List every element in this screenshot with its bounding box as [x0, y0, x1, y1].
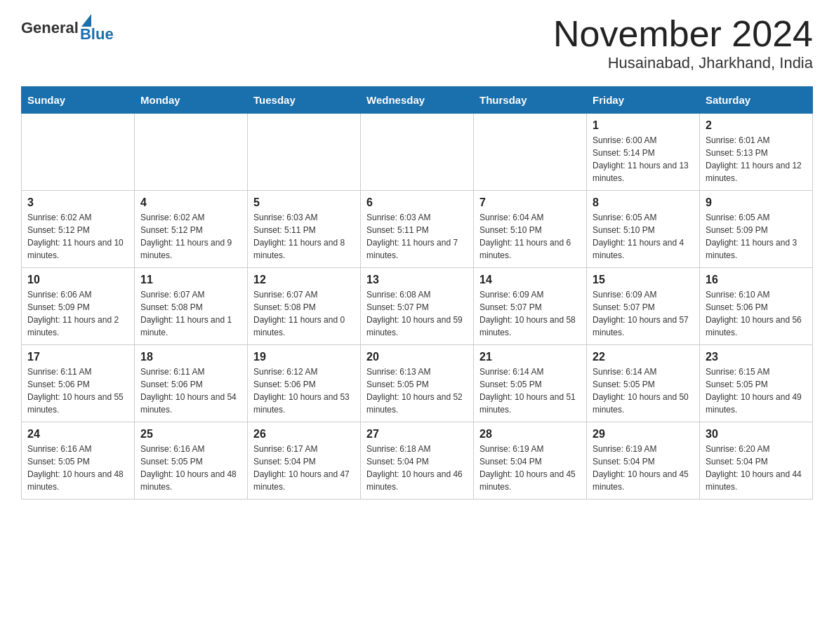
- calendar-cell: 18Sunrise: 6:11 AMSunset: 5:06 PMDayligh…: [135, 345, 248, 422]
- day-info: Sunrise: 6:18 AMSunset: 5:04 PMDaylight:…: [366, 443, 468, 493]
- day-info: Sunrise: 6:19 AMSunset: 5:04 PMDaylight:…: [593, 443, 694, 493]
- day-info: Sunrise: 6:17 AMSunset: 5:04 PMDaylight:…: [253, 443, 355, 493]
- calendar-cell: 17Sunrise: 6:11 AMSunset: 5:06 PMDayligh…: [22, 345, 135, 422]
- day-info: Sunrise: 6:19 AMSunset: 5:04 PMDaylight:…: [479, 443, 581, 493]
- day-info: Sunrise: 6:10 AMSunset: 5:06 PMDaylight:…: [706, 288, 807, 339]
- calendar-week-4: 17Sunrise: 6:11 AMSunset: 5:06 PMDayligh…: [22, 345, 813, 422]
- day-info: Sunrise: 6:01 AMSunset: 5:13 PMDaylight:…: [706, 134, 807, 185]
- calendar-cell: 9Sunrise: 6:05 AMSunset: 5:09 PMDaylight…: [700, 191, 813, 268]
- day-info: Sunrise: 6:04 AMSunset: 5:10 PMDaylight:…: [479, 211, 581, 262]
- day-number: 25: [140, 428, 241, 441]
- day-number: 3: [27, 196, 128, 209]
- calendar-cell: 5Sunrise: 6:03 AMSunset: 5:11 PMDaylight…: [248, 191, 361, 268]
- day-number: 26: [253, 428, 355, 441]
- day-number: 12: [253, 274, 355, 286]
- day-info: Sunrise: 6:15 AMSunset: 5:05 PMDaylight:…: [706, 365, 807, 416]
- calendar-cell: 27Sunrise: 6:18 AMSunset: 5:04 PMDayligh…: [361, 422, 474, 499]
- day-info: Sunrise: 6:03 AMSunset: 5:11 PMDaylight:…: [366, 211, 468, 262]
- calendar-cell: 2Sunrise: 6:01 AMSunset: 5:13 PMDaylight…: [700, 114, 813, 191]
- calendar-cell: 3Sunrise: 6:02 AMSunset: 5:12 PMDaylight…: [22, 191, 135, 268]
- day-info: Sunrise: 6:07 AMSunset: 5:08 PMDaylight:…: [140, 288, 241, 339]
- day-info: Sunrise: 6:08 AMSunset: 5:07 PMDaylight:…: [366, 288, 468, 339]
- day-number: 10: [27, 274, 128, 286]
- day-info: Sunrise: 6:11 AMSunset: 5:06 PMDaylight:…: [140, 365, 241, 416]
- calendar-cell: 26Sunrise: 6:17 AMSunset: 5:04 PMDayligh…: [248, 422, 361, 499]
- day-number: 7: [479, 196, 581, 209]
- calendar-cell: [474, 114, 587, 191]
- day-info: Sunrise: 6:16 AMSunset: 5:05 PMDaylight:…: [27, 443, 128, 493]
- day-header-sunday: Sunday: [22, 87, 135, 114]
- day-info: Sunrise: 6:05 AMSunset: 5:10 PMDaylight:…: [593, 211, 694, 262]
- calendar-cell: 21Sunrise: 6:14 AMSunset: 5:05 PMDayligh…: [474, 345, 587, 422]
- calendar-cell: 28Sunrise: 6:19 AMSunset: 5:04 PMDayligh…: [474, 422, 587, 499]
- calendar-cell: 23Sunrise: 6:15 AMSunset: 5:05 PMDayligh…: [700, 345, 813, 422]
- calendar-cell: [248, 114, 361, 191]
- calendar-body: 1Sunrise: 6:00 AMSunset: 5:14 PMDaylight…: [22, 114, 813, 499]
- day-info: Sunrise: 6:14 AMSunset: 5:05 PMDaylight:…: [593, 365, 694, 416]
- calendar-cell: 11Sunrise: 6:07 AMSunset: 5:08 PMDayligh…: [135, 268, 248, 345]
- calendar-week-2: 3Sunrise: 6:02 AMSunset: 5:12 PMDaylight…: [22, 191, 813, 268]
- day-info: Sunrise: 6:00 AMSunset: 5:14 PMDaylight:…: [593, 134, 694, 185]
- day-number: 1: [593, 119, 694, 132]
- calendar-cell: 6Sunrise: 6:03 AMSunset: 5:11 PMDaylight…: [361, 191, 474, 268]
- calendar-cell: 22Sunrise: 6:14 AMSunset: 5:05 PMDayligh…: [587, 345, 700, 422]
- day-info: Sunrise: 6:16 AMSunset: 5:05 PMDaylight:…: [140, 443, 241, 493]
- day-number: 2: [706, 119, 807, 132]
- day-info: Sunrise: 6:03 AMSunset: 5:11 PMDaylight:…: [253, 211, 355, 262]
- day-number: 24: [27, 428, 128, 441]
- day-number: 4: [140, 196, 241, 209]
- day-number: 13: [366, 274, 468, 286]
- day-number: 27: [366, 428, 468, 441]
- header-row: SundayMondayTuesdayWednesdayThursdayFrid…: [22, 87, 813, 114]
- calendar-cell: 19Sunrise: 6:12 AMSunset: 5:06 PMDayligh…: [248, 345, 361, 422]
- day-number: 5: [253, 196, 355, 209]
- day-number: 16: [706, 274, 807, 286]
- day-info: Sunrise: 6:07 AMSunset: 5:08 PMDaylight:…: [253, 288, 355, 339]
- title-block: November 2024 Husainabad, Jharkhand, Ind…: [553, 14, 813, 72]
- day-number: 6: [366, 196, 468, 209]
- calendar-cell: 25Sunrise: 6:16 AMSunset: 5:05 PMDayligh…: [135, 422, 248, 499]
- day-number: 8: [593, 196, 694, 209]
- calendar-cell: 20Sunrise: 6:13 AMSunset: 5:05 PMDayligh…: [361, 345, 474, 422]
- logo-blue-container: Blue: [80, 14, 114, 42]
- page-header: General Blue November 2024 Husainabad, J…: [21, 14, 813, 72]
- calendar-cell: 8Sunrise: 6:05 AMSunset: 5:10 PMDaylight…: [587, 191, 700, 268]
- calendar-cell: 16Sunrise: 6:10 AMSunset: 5:06 PMDayligh…: [700, 268, 813, 345]
- day-number: 22: [593, 351, 694, 363]
- day-number: 29: [593, 428, 694, 441]
- day-number: 15: [593, 274, 694, 286]
- day-info: Sunrise: 6:09 AMSunset: 5:07 PMDaylight:…: [479, 288, 581, 339]
- calendar-cell: 24Sunrise: 6:16 AMSunset: 5:05 PMDayligh…: [22, 422, 135, 499]
- page-subtitle: Husainabad, Jharkhand, India: [553, 54, 813, 72]
- day-header-tuesday: Tuesday: [248, 87, 361, 114]
- logo-general-text: General: [21, 19, 79, 37]
- calendar-cell: 7Sunrise: 6:04 AMSunset: 5:10 PMDaylight…: [474, 191, 587, 268]
- day-number: 14: [479, 274, 581, 286]
- day-header-monday: Monday: [135, 87, 248, 114]
- day-header-saturday: Saturday: [700, 87, 813, 114]
- calendar-cell: 13Sunrise: 6:08 AMSunset: 5:07 PMDayligh…: [361, 268, 474, 345]
- day-info: Sunrise: 6:09 AMSunset: 5:07 PMDaylight:…: [593, 288, 694, 339]
- calendar-cell: [361, 114, 474, 191]
- calendar-table: SundayMondayTuesdayWednesdayThursdayFrid…: [21, 86, 813, 499]
- calendar-week-5: 24Sunrise: 6:16 AMSunset: 5:05 PMDayligh…: [22, 422, 813, 499]
- day-header-thursday: Thursday: [474, 87, 587, 114]
- calendar-cell: 10Sunrise: 6:06 AMSunset: 5:09 PMDayligh…: [22, 268, 135, 345]
- day-info: Sunrise: 6:13 AMSunset: 5:05 PMDaylight:…: [366, 365, 468, 416]
- calendar-week-3: 10Sunrise: 6:06 AMSunset: 5:09 PMDayligh…: [22, 268, 813, 345]
- calendar-cell: 29Sunrise: 6:19 AMSunset: 5:04 PMDayligh…: [587, 422, 700, 499]
- day-number: 23: [706, 351, 807, 363]
- calendar-cell: 1Sunrise: 6:00 AMSunset: 5:14 PMDaylight…: [587, 114, 700, 191]
- day-header-wednesday: Wednesday: [361, 87, 474, 114]
- calendar-header: SundayMondayTuesdayWednesdayThursdayFrid…: [22, 87, 813, 114]
- logo-blue-text: Blue: [80, 27, 114, 42]
- day-number: 17: [27, 351, 128, 363]
- page-title: November 2024: [553, 14, 813, 54]
- calendar-cell: 30Sunrise: 6:20 AMSunset: 5:04 PMDayligh…: [700, 422, 813, 499]
- day-number: 20: [366, 351, 468, 363]
- calendar-week-1: 1Sunrise: 6:00 AMSunset: 5:14 PMDaylight…: [22, 114, 813, 191]
- calendar-cell: 14Sunrise: 6:09 AMSunset: 5:07 PMDayligh…: [474, 268, 587, 345]
- day-number: 11: [140, 274, 241, 286]
- day-number: 28: [479, 428, 581, 441]
- logo: General Blue: [21, 14, 114, 42]
